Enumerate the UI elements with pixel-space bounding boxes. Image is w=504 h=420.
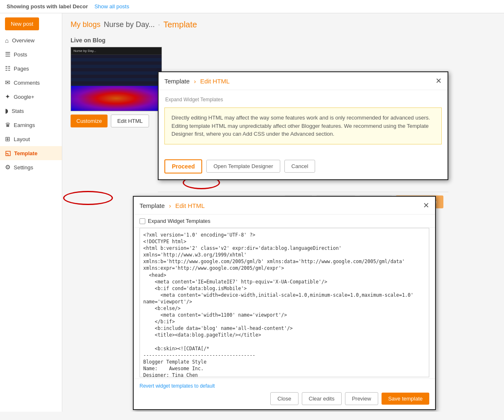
blog-preview: Nurse by Day...	[71, 47, 162, 111]
stats-icon: ◗	[5, 107, 8, 115]
sidebar: New post ⌂ Overview ☰ Posts ☷ Pages ✉ Co…	[0, 13, 62, 412]
editor-footer: Revert widget templates to default Close…	[134, 378, 435, 409]
open-template-designer-button[interactable]: Open Template Designer	[206, 160, 280, 173]
preview-header: Nurse by Day...	[71, 47, 161, 55]
save-template-button[interactable]: Save template	[382, 393, 429, 405]
posts-icon: ☰	[5, 51, 10, 58]
sidebar-label-comments: Comments	[14, 80, 40, 86]
editor-footer-actions: Close Clear edits Preview Save template	[139, 392, 429, 405]
top-bar: Showing posts with label Decor Show all …	[0, 0, 504, 13]
page-title: Template	[163, 20, 197, 29]
warning-box: Directly editing HTML may affect the way…	[164, 107, 442, 144]
sidebar-item-stats[interactable]: ◗ Stats	[0, 104, 62, 118]
warning-modal-header: Template › Edit HTML ✕	[159, 72, 448, 90]
overview-icon: ⌂	[5, 37, 9, 44]
live-on-blog-title: Live on Blog	[71, 37, 496, 44]
warning-modal[interactable]: Template › Edit HTML ✕ Expand Widget Tem…	[158, 71, 448, 180]
revert-widget-link[interactable]: Revert widget templates to default	[139, 383, 429, 389]
warning-modal-title-text: Template	[164, 78, 190, 85]
preview-inner: Nurse by Day...	[71, 47, 161, 111]
editor-modal-title-text: Template	[139, 202, 165, 209]
sidebar-label-googleplus: Google+	[14, 94, 34, 100]
sidebar-label-posts: Posts	[14, 51, 27, 58]
warning-modal-actions: Proceed Open Template Designer Cancel	[159, 157, 448, 179]
new-post-button[interactable]: New post	[5, 17, 39, 30]
showing-label: Showing posts with label	[7, 3, 71, 10]
cancel-button[interactable]: Cancel	[284, 160, 315, 173]
breadcrumb-sep: ·	[158, 21, 160, 29]
expand-widget-checkbox[interactable]	[139, 218, 145, 224]
my-blogs-link[interactable]: My blogs	[71, 20, 100, 29]
editor-modal-header: Template › Edit HTML ✕	[134, 197, 435, 215]
main-content: My blogs Nurse by Day... · Template Live…	[62, 13, 504, 412]
label-name: Decor	[73, 3, 88, 10]
editor-modal[interactable]: Template › Edit HTML ✕ Expand Widget Tem…	[133, 196, 436, 410]
editor-modal-close-button[interactable]: ✕	[423, 201, 429, 210]
settings-icon: ⚙	[5, 164, 10, 171]
pages-icon: ☷	[5, 65, 10, 72]
warning-modal-title: Template › Edit HTML	[164, 78, 230, 85]
warning-modal-subtitle: Edit HTML	[200, 78, 230, 85]
page-header: My blogs Nurse by Day... · Template	[62, 13, 504, 33]
edit-html-button[interactable]: Edit HTML	[111, 115, 149, 127]
editor-modal-subtitle: Edit HTML	[175, 202, 205, 209]
sidebar-label-template: Template	[14, 150, 37, 156]
preview-graphic	[71, 86, 161, 111]
warning-modal-body: Expand Widget Templates Directly editing…	[159, 90, 448, 157]
editor-modal-title: Template › Edit HTML	[139, 202, 205, 209]
editor-textarea-wrapper	[134, 228, 435, 378]
sidebar-label-pages: Pages	[14, 66, 29, 72]
expand-widget-text: Expand Widget Templates	[148, 218, 210, 224]
html-editor-textarea[interactable]	[139, 228, 429, 377]
sidebar-item-settings[interactable]: ⚙ Settings	[0, 160, 62, 174]
warning-modal-arrow: ›	[194, 78, 196, 85]
customize-button[interactable]: Customize	[71, 115, 108, 127]
sidebar-label-earnings: Earnings	[14, 122, 35, 128]
main-layout: New post ⌂ Overview ☰ Posts ☷ Pages ✉ Co…	[0, 13, 504, 412]
sidebar-label-overview: Overview	[12, 37, 34, 44]
sidebar-label-layout: Layout	[14, 136, 30, 142]
googleplus-icon: ✦	[5, 93, 10, 100]
blog-name-label: Nurse by Day...	[104, 20, 155, 29]
layout-icon: ⊞	[5, 135, 10, 143]
sidebar-item-template[interactable]: ◱ Template	[0, 146, 62, 160]
sidebar-item-overview[interactable]: ⌂ Overview	[0, 34, 62, 47]
template-icon: ◱	[5, 149, 11, 157]
sidebar-item-earnings[interactable]: ♛ Earnings	[0, 118, 62, 132]
editor-close-button[interactable]: Close	[270, 392, 298, 405]
expand-widget-row: Expand Widget Templates	[134, 215, 435, 228]
sidebar-item-comments[interactable]: ✉ Comments	[0, 76, 62, 90]
sidebar-label-stats: Stats	[12, 108, 24, 114]
show-all-link[interactable]: Show all posts	[94, 3, 129, 10]
proceed-button[interactable]: Proceed	[164, 159, 202, 173]
sidebar-item-layout[interactable]: ⊞ Layout	[0, 132, 62, 146]
preview-button[interactable]: Preview	[345, 392, 378, 405]
expand-widget-label: Expand Widget Templates	[164, 97, 442, 103]
sidebar-item-posts[interactable]: ☰ Posts	[0, 47, 62, 61]
warning-modal-close-button[interactable]: ✕	[435, 76, 442, 85]
editor-modal-arrow: ›	[169, 202, 171, 209]
preview-body	[71, 55, 161, 111]
template-circle-annotation	[63, 191, 113, 205]
comments-icon: ✉	[5, 79, 10, 86]
sidebar-item-googleplus[interactable]: ✦ Google+	[0, 90, 62, 104]
sidebar-item-pages[interactable]: ☷ Pages	[0, 61, 62, 76]
clear-edits-button[interactable]: Clear edits	[302, 392, 342, 405]
sidebar-label-settings: Settings	[14, 164, 33, 171]
earnings-icon: ♛	[5, 121, 10, 129]
